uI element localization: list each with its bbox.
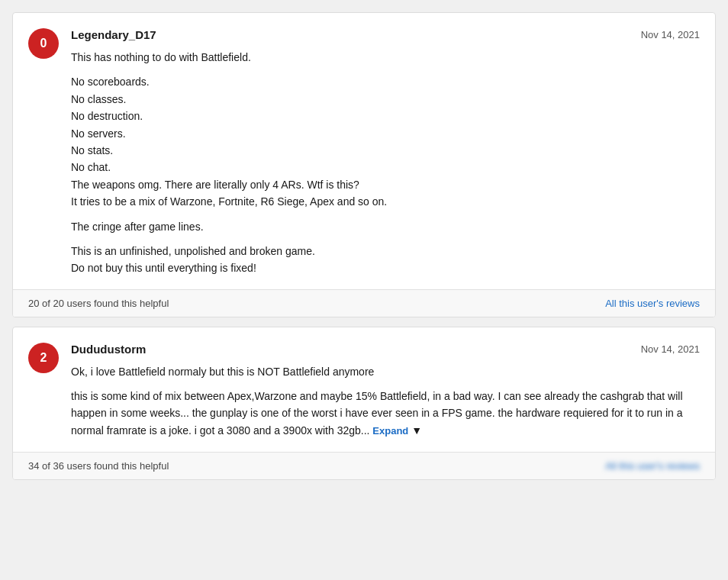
review-header-2: Dududustorm Nov 14, 2021 (71, 343, 700, 356)
all-reviews-link-2[interactable]: All this user's reviews (605, 460, 700, 472)
review-body-1: 0 Legendary_D17 Nov 14, 2021 This has no… (13, 13, 715, 289)
avatar-2: 2 (28, 343, 59, 373)
reviews-container: 0 Legendary_D17 Nov 14, 2021 This has no… (0, 0, 728, 492)
review-card-1: 0 Legendary_D17 Nov 14, 2021 This has no… (12, 12, 716, 317)
expand-chevron-icon: ▼ (411, 424, 422, 437)
review-date-1: Nov 14, 2021 (641, 29, 700, 40)
reviewer-name-1: Legendary_D17 (71, 28, 156, 41)
review-para-2-1: Ok, i love Battlefield normaly but this … (71, 363, 700, 380)
review-para-1-1: This has nothing to do with Battlefield. (71, 49, 700, 66)
review-header-1: Legendary_D17 Nov 14, 2021 (71, 28, 700, 41)
review-footer-2: 34 of 36 users found this helpful All th… (13, 452, 715, 479)
helpful-text-2: 34 of 36 users found this helpful (28, 460, 169, 472)
review-date-2: Nov 14, 2021 (641, 343, 700, 355)
review-text-2: Ok, i love Battlefield normaly but this … (71, 363, 700, 440)
review-body-2: 2 Dududustorm Nov 14, 2021 Ok, i love Ba… (13, 327, 715, 452)
review-para-1-2: No scoreboards.No classes.No destruction… (71, 73, 700, 210)
review-para-1-3: The cringe after game lines. (71, 218, 700, 235)
review-para-2-2: this is some kind of mix between Apex,Wa… (71, 388, 700, 440)
all-reviews-link-1[interactable]: All this user's reviews (605, 298, 700, 309)
avatar-1: 0 (28, 28, 59, 59)
helpful-text-1: 20 of 20 users found this helpful (28, 298, 169, 309)
review-card-2: 2 Dududustorm Nov 14, 2021 Ok, i love Ba… (12, 327, 716, 480)
review-footer-1: 20 of 20 users found this helpful All th… (13, 289, 715, 317)
expand-button-2[interactable]: Expand (372, 425, 408, 437)
review-para-1-4: This is an unfinished, unpolished and br… (71, 243, 700, 277)
reviewer-name-2: Dududustorm (71, 343, 146, 356)
review-content-2: Dududustorm Nov 14, 2021 Ok, i love Batt… (71, 343, 700, 440)
review-content-1: Legendary_D17 Nov 14, 2021 This has noth… (71, 28, 700, 277)
review-text-1: This has nothing to do with Battlefield.… (71, 49, 700, 277)
